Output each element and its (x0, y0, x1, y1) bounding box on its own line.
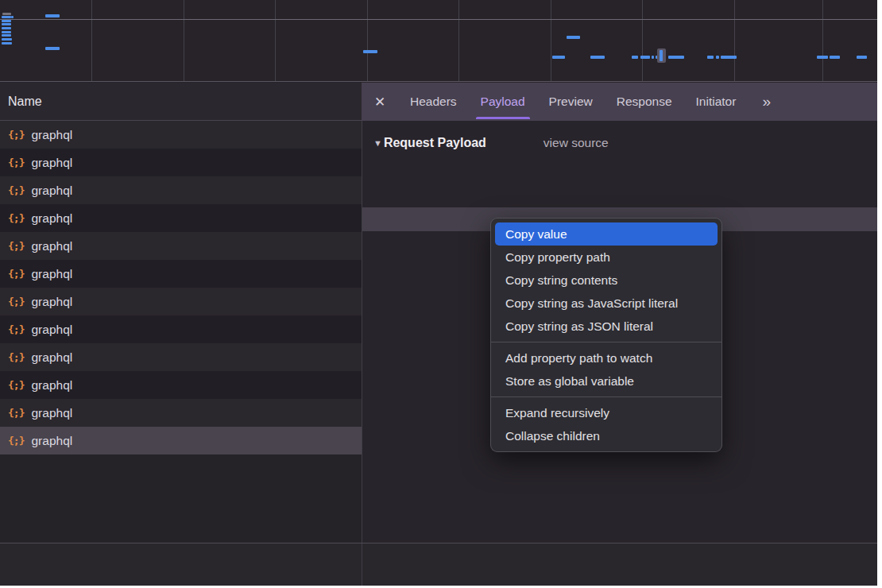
name-column-label: Name (8, 95, 42, 109)
overview-request-bar (567, 36, 580, 39)
tab-payload[interactable]: Payload (469, 83, 537, 121)
more-tabs-icon[interactable]: » (754, 93, 777, 110)
view-source-link[interactable]: view source (544, 136, 609, 150)
overview-request-bar (45, 47, 60, 50)
overview-request-bar (2, 23, 11, 25)
devtools-network-panel: Name ✕ HeadersPayloadPreviewResponseInit… (0, 0, 877, 586)
json-file-icon: {;} (8, 268, 24, 280)
overview-gridline (275, 0, 276, 81)
overview-request-bar (857, 56, 867, 59)
menu-item-copy-string-contents[interactable]: Copy string contents (495, 269, 718, 292)
overview-request-bar (2, 20, 11, 22)
tab-list: HeadersPayloadPreviewResponseInitiator (398, 83, 748, 121)
section-expand-icon[interactable]: ▼ (373, 138, 382, 148)
overview-selected-request-marker (657, 48, 666, 63)
overview-horizontal-gridline (0, 19, 877, 20)
request-row[interactable]: {;}graphql (0, 149, 362, 176)
request-row[interactable]: {;}graphql (0, 260, 362, 288)
overview-request-bar (817, 56, 828, 59)
overview-gridline (184, 0, 184, 81)
request-name-label: graphql (31, 406, 72, 420)
json-file-icon: {;} (8, 157, 24, 168)
footer-divider (362, 544, 362, 586)
close-icon[interactable]: ✕ (362, 94, 398, 110)
json-file-icon: {;} (8, 323, 24, 335)
request-row[interactable]: {;}graphql (0, 176, 362, 204)
request-name-label: graphql (31, 184, 72, 198)
overview-request-bar (363, 50, 377, 53)
json-file-icon: {;} (8, 351, 24, 363)
menu-item-expand-recursively[interactable]: Expand recursively (495, 401, 718, 424)
menu-item-collapse-children[interactable]: Collapse children (495, 424, 718, 447)
request-row[interactable]: {;}graphql (0, 204, 362, 232)
overview-request-bar (632, 56, 638, 59)
overview-gridline (734, 0, 735, 81)
detail-tab-bar: ✕ HeadersPayloadPreviewResponseInitiator… (362, 83, 877, 121)
request-row[interactable]: {;}graphql (0, 399, 362, 427)
overview-request-bar (652, 56, 654, 59)
json-file-icon: {;} (8, 184, 24, 196)
request-name-label: graphql (31, 350, 72, 365)
tab-preview[interactable]: Preview (537, 83, 605, 121)
request-row[interactable]: {;}graphql (0, 371, 362, 399)
screenshot-canvas: Name ✕ HeadersPayloadPreviewResponseInit… (0, 0, 882, 588)
overview-request-bar (11, 16, 14, 18)
menu-item-copy-string-as-javascript-literal[interactable]: Copy string as JavaScript literal (495, 292, 718, 315)
json-file-icon: {;} (8, 129, 24, 141)
request-payload-section[interactable]: ▼ Request Payload view source (373, 133, 877, 153)
request-row[interactable]: {;}graphql (0, 121, 362, 149)
menu-item-copy-string-as-json-literal[interactable]: Copy string as JSON literal (495, 315, 718, 338)
overview-request-bar (707, 56, 714, 59)
overview-request-bar (590, 56, 605, 59)
request-row[interactable]: {;}graphql (0, 288, 362, 315)
request-name-label: graphql (31, 323, 72, 337)
overview-request-bar (716, 56, 719, 59)
context-menu: Copy valueCopy property pathCopy string … (490, 218, 722, 452)
overview-request-bar (2, 16, 11, 18)
request-list: {;}graphql{;}graphql{;}graphql{;}graphql… (0, 121, 362, 542)
overview-gridline (822, 0, 823, 81)
request-row[interactable]: {;}graphql (0, 343, 362, 371)
menu-item-copy-value[interactable]: Copy value (495, 222, 718, 246)
tab-response[interactable]: Response (605, 83, 684, 121)
overview-request-bar (640, 56, 650, 59)
overview-request-bar (552, 56, 565, 59)
request-name-label: graphql (31, 378, 72, 393)
payload-root-row[interactable]: ▼ {operationName: "ipFlowTimeseries", va… (362, 160, 877, 184)
overview-request-bar (2, 27, 11, 29)
status-footer (0, 543, 877, 586)
request-row[interactable]: {;}graphql (0, 427, 362, 455)
request-name-label: graphql (31, 434, 72, 448)
json-file-icon: {;} (8, 212, 24, 224)
json-file-icon: {;} (8, 407, 24, 419)
name-column-header[interactable]: Name (0, 83, 362, 121)
menu-item-add-property-path-to-watch[interactable]: Add property path to watch (495, 346, 718, 369)
json-file-icon: {;} (8, 435, 24, 447)
payload-row-operationname[interactable]: operationName: "ipFlowTimeseries" (362, 184, 877, 207)
section-title: Request Payload (384, 136, 486, 150)
tab-headers[interactable]: Headers (398, 83, 469, 121)
overview-request-bar (830, 56, 840, 59)
request-name-label: graphql (31, 211, 72, 226)
overview-request-bar (721, 56, 737, 59)
overview-request-bar (2, 42, 12, 44)
request-row[interactable]: {;}graphql (0, 315, 362, 343)
overview-gridline (458, 0, 459, 81)
json-file-icon: {;} (8, 379, 24, 391)
overview-selected-request-bar (660, 50, 663, 61)
menu-item-copy-property-path[interactable]: Copy property path (495, 246, 718, 269)
request-name-label: graphql (31, 156, 72, 170)
tab-initiator[interactable]: Initiator (684, 83, 749, 121)
json-file-icon: {;} (8, 240, 24, 252)
overview-gridline (551, 0, 551, 81)
overview-request-bar (2, 31, 11, 33)
overview-request-bar (668, 56, 684, 59)
context-menu-group: Expand recursivelyCollapse children (491, 397, 721, 447)
request-row[interactable]: {;}graphql (0, 232, 362, 260)
json-file-icon: {;} (8, 296, 24, 308)
overview-gridline (91, 0, 92, 81)
context-menu-group: Copy valueCopy property pathCopy string … (491, 222, 721, 338)
network-overview-timeline[interactable] (0, 0, 877, 82)
overview-gray-marker (2, 13, 11, 15)
menu-item-store-as-global-variable[interactable]: Store as global variable (495, 369, 718, 393)
